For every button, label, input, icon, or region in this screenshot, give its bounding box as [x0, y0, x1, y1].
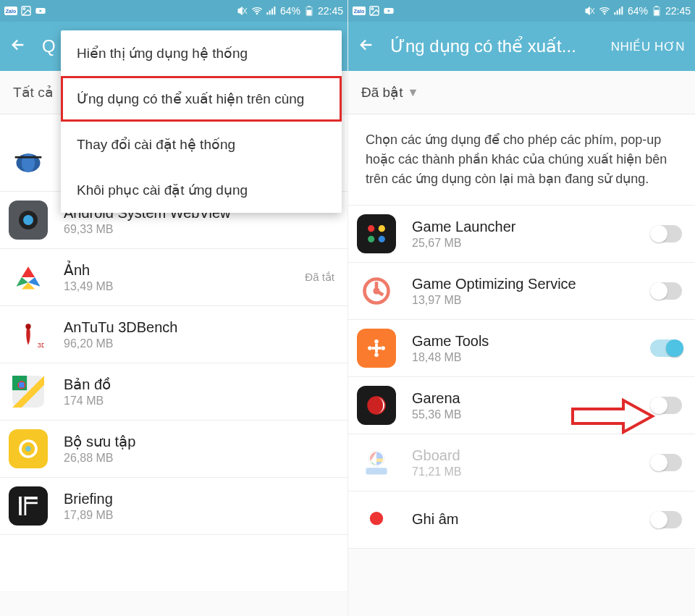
- app-icon: [9, 201, 48, 240]
- svg-rect-48: [366, 468, 387, 474]
- svg-rect-5: [308, 6, 311, 7]
- app-name: Game Optimizing Service: [412, 276, 644, 292]
- zalo-icon: Zalo: [353, 7, 366, 15]
- svg-point-50: [370, 512, 383, 525]
- more-button[interactable]: NHIỀU HƠN: [611, 39, 685, 54]
- svg-point-38: [368, 346, 371, 350]
- toggle-switch[interactable]: [650, 225, 682, 242]
- clock-text: 22:45: [318, 5, 343, 17]
- app-size: 18,48 MB: [412, 351, 644, 364]
- app-icon: [9, 429, 48, 468]
- app-icon: 3D: [9, 315, 48, 354]
- app-icon: [9, 372, 48, 411]
- app-size: 13,97 MB: [412, 294, 644, 307]
- app-size: 71,21 MB: [412, 465, 644, 478]
- toggle-switch[interactable]: [650, 511, 682, 528]
- list-item[interactable]: Gboard 71,21 MB: [348, 434, 695, 491]
- description-text: Chọn các ứng dụng để cho phép các phím, …: [348, 114, 695, 206]
- app-size: 96,20 MB: [64, 337, 334, 350]
- svg-point-40: [381, 346, 385, 350]
- youtube-icon: [35, 5, 46, 17]
- app-bar-title: Ứng dụng có thể xuất...: [390, 36, 595, 56]
- app-list: Game Launcher 25,67 MB Game Optimizing S…: [348, 206, 695, 549]
- signal-icon: [266, 5, 277, 17]
- svg-rect-18: [12, 490, 44, 522]
- battery-icon: [651, 5, 662, 17]
- app-name: Ảnh: [64, 261, 305, 279]
- mute-icon: [584, 5, 596, 17]
- svg-rect-28: [655, 6, 658, 7]
- app-size: 26,88 MB: [64, 452, 334, 465]
- app-name: Briefing: [64, 491, 334, 507]
- youtube-icon: [383, 5, 395, 17]
- wifi-icon: [599, 5, 610, 17]
- clock-text: 22:45: [665, 5, 691, 17]
- signal-icon: [613, 5, 625, 17]
- battery-icon: [303, 5, 315, 17]
- list-item[interactable]: Game Optimizing Service 13,97 MB: [348, 263, 695, 320]
- list-item[interactable]: Briefing 17,89 MB: [0, 478, 348, 535]
- status-bar: Zalo 64% 22:45: [0, 0, 348, 22]
- svg-point-31: [368, 225, 374, 232]
- svg-rect-22: [22, 497, 25, 515]
- chevron-down-icon: ▼: [407, 86, 418, 99]
- list-item[interactable]: 3D AnTuTu 3DBench 96,20 MB: [0, 306, 348, 363]
- app-status: Đã tắt: [305, 271, 334, 284]
- image-icon: [368, 5, 380, 17]
- svg-point-3: [256, 13, 257, 14]
- back-icon[interactable]: [10, 37, 26, 56]
- svg-point-36: [373, 287, 379, 294]
- app-icon: [9, 258, 48, 297]
- app-icon: [9, 143, 48, 182]
- svg-rect-30: [361, 218, 392, 250]
- menu-item-draw-over-apps[interactable]: Ứng dụng có thể xuất hiện trên cùng: [61, 76, 342, 122]
- left-screenshot: Zalo 64% 22:45 Q Tất cả: [0, 0, 348, 616]
- svg-text:3D: 3D: [38, 342, 44, 349]
- svg-point-17: [25, 446, 30, 451]
- menu-item-show-system[interactable]: Hiển thị ứng dụng hệ thống: [61, 30, 342, 76]
- back-icon[interactable]: [358, 37, 374, 56]
- mute-icon: [237, 5, 248, 17]
- app-name: Gboard: [412, 447, 644, 464]
- svg-point-24: [371, 8, 374, 10]
- filter-dropdown[interactable]: Đã bật ▼: [348, 71, 695, 114]
- svg-point-10: [25, 324, 30, 329]
- list-item[interactable]: Bản đồ 174 MB: [0, 363, 348, 421]
- app-size: 17,89 MB: [64, 509, 334, 522]
- app-icon: [357, 329, 396, 368]
- menu-item-reset-prefs[interactable]: Khôi phục cài đặt ứng dụng: [61, 167, 342, 213]
- svg-point-39: [374, 339, 379, 344]
- app-icon: [357, 443, 396, 482]
- toggle-switch[interactable]: [650, 454, 682, 471]
- toggle-switch[interactable]: [650, 282, 682, 300]
- app-name: Bộ sưu tập: [64, 433, 334, 450]
- svg-point-34: [379, 236, 385, 242]
- svg-rect-9: [15, 156, 42, 159]
- svg-point-41: [374, 353, 379, 357]
- app-bar: Ứng dụng có thể xuất... NHIỀU HƠN: [348, 22, 695, 71]
- app-icon: [9, 486, 48, 526]
- overflow-menu: Hiển thị ứng dụng hệ thống Ứng dụng có t…: [61, 30, 342, 213]
- app-name: Game Tools: [412, 333, 644, 350]
- annotation-arrow: [569, 398, 656, 437]
- filter-label: Đã bật: [361, 84, 403, 101]
- app-icon: [357, 386, 396, 425]
- list-item[interactable]: Game Launcher 25,67 MB: [348, 206, 695, 263]
- app-icon: [9, 544, 48, 583]
- svg-rect-43: [372, 347, 382, 350]
- list-item[interactable]: [0, 535, 348, 592]
- image-icon: [20, 5, 32, 17]
- app-size: 69,33 MB: [64, 223, 334, 236]
- app-icon: [357, 214, 396, 253]
- app-size: 25,67 MB: [412, 237, 644, 250]
- toggle-switch[interactable]: [650, 339, 682, 357]
- list-item[interactable]: Ảnh 13,49 MB Đã tắt: [0, 249, 348, 306]
- list-item[interactable]: Bộ sưu tập 26,88 MB: [0, 421, 348, 478]
- svg-rect-29: [654, 10, 660, 15]
- app-icon: [357, 500, 396, 539]
- right-screenshot: Zalo 64% 22:45 Ứng dụng có thể xuất... N…: [348, 0, 695, 616]
- battery-text: 64%: [628, 5, 648, 17]
- list-item[interactable]: Ghi âm: [348, 491, 695, 549]
- list-item[interactable]: Game Tools 18,48 MB: [348, 320, 695, 377]
- menu-item-modify-settings[interactable]: Thay đổi cài đặt hệ thống: [61, 122, 342, 167]
